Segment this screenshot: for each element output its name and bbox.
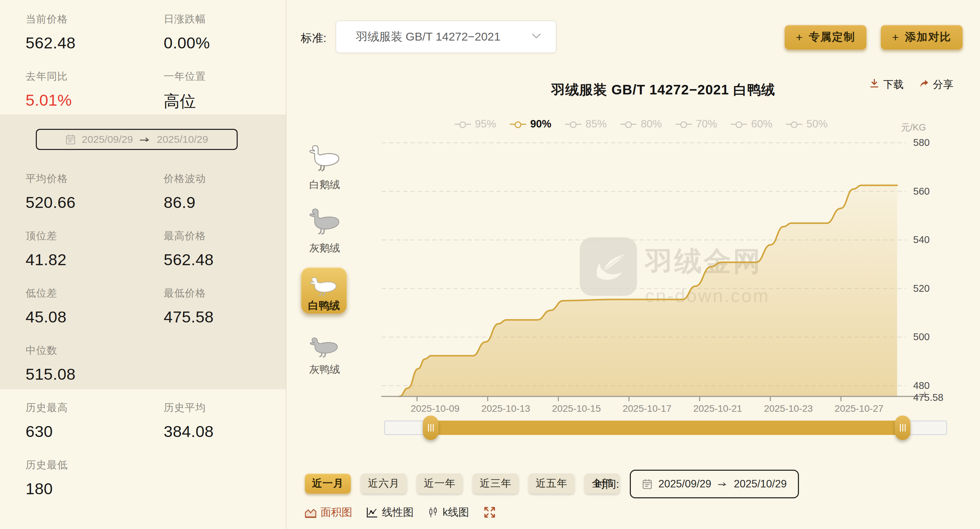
legend-label: 80% [641, 118, 662, 130]
plus-icon: + [892, 31, 899, 44]
legend-item-95[interactable]: 95% [455, 118, 496, 130]
time-range-buttons: 近一月 近六月 近一年 近三年 近五年 全部 [305, 473, 620, 494]
y-tick-label: 580 [913, 137, 929, 148]
range-button-1y[interactable]: 近一年 [417, 473, 463, 494]
custom-subscribe-button[interactable]: + 专属定制 [784, 25, 867, 49]
legend-label: 50% [807, 118, 827, 130]
stats-sidebar: 当前价格 562.48 日涨跌幅 0.00% 去年同比 5.01% 一年位置 高… [0, 0, 286, 529]
stat-median: 中位数 515.08 [25, 343, 159, 383]
stat-yoy: 去年同比 5.01% [25, 70, 159, 110]
stat-low-gap: 低位差 45.08 [25, 286, 159, 326]
legend-item-60[interactable]: 60% [731, 118, 772, 130]
standard-select-value: 羽绒服装 GB/T 14272−2021 [356, 29, 531, 44]
y-tick-label: 480 [913, 380, 929, 391]
slider-left-handle[interactable] [423, 416, 439, 440]
legend-marker-icon [786, 124, 802, 125]
chart-title: 羽绒服装 GB/T 14272−2021 白鸭绒 [382, 81, 945, 99]
range-button-1m[interactable]: 近一月 [305, 473, 351, 494]
range-button-6m[interactable]: 近六月 [361, 473, 407, 494]
legend-item-70[interactable]: 70% [676, 118, 717, 130]
watermark-text: 羽绒金网 cn-down.com [645, 243, 770, 306]
white-duck-icon [308, 270, 340, 298]
legend-marker-icon [455, 124, 471, 125]
stat-hist-avg: 历史平均 384.08 [164, 401, 297, 441]
legend-marker-icon [565, 124, 581, 125]
date-start[interactable]: 2025/09/29 [82, 133, 133, 145]
legend-marker-icon [620, 124, 636, 125]
watermark-logo [580, 237, 637, 296]
download-icon [869, 78, 880, 91]
kline-chart-icon [427, 506, 439, 518]
legend-label: 90% [530, 118, 551, 130]
line-chart-icon [366, 506, 378, 518]
date-end[interactable]: 2025/10/29 [157, 133, 208, 145]
chart-type-line[interactable]: 线性图 [366, 505, 414, 519]
calendar-icon [65, 134, 76, 145]
y-tick-label: 500 [913, 331, 929, 343]
calendar-icon [642, 478, 652, 489]
date-end[interactable]: 2025/10/29 [734, 478, 787, 490]
legend-marker-icon [510, 124, 526, 125]
share-icon [919, 78, 929, 91]
category-grey-duck-down[interactable]: 灰鸭绒 [301, 330, 348, 376]
y-tick-label: 560 [913, 186, 929, 197]
y-tick-label: 540 [913, 234, 929, 245]
stat-top-gap: 顶位差 41.82 [25, 229, 159, 269]
grey-duck-icon [308, 330, 341, 359]
sidebar-date-range[interactable]: 2025/09/29 2025/10/29 [36, 129, 238, 150]
slider-right-handle[interactable] [895, 416, 910, 440]
date-start[interactable]: 2025/09/29 [659, 478, 711, 490]
add-compare-button[interactable]: + 添加对比 [881, 25, 963, 49]
x-tick-label: 2025-10-09 [410, 403, 459, 414]
category-white-duck-down-selected[interactable]: 白鸭绒 [301, 267, 347, 314]
legend-item-85[interactable]: 85% [565, 118, 607, 130]
arrow-right-icon [718, 481, 728, 486]
legend: 95%90%85%80%70%60%50% [382, 118, 900, 130]
range-button-3y[interactable]: 近三年 [473, 473, 519, 494]
x-tick-label: 2025-10-27 [835, 403, 883, 414]
chart-actions: 下载 分享 [869, 78, 953, 92]
y-tick-label: 520 [913, 283, 929, 294]
stat-volatility: 价格波动 86.9 [164, 172, 297, 212]
stat-lowest-price: 最低价格 475.58 [164, 286, 297, 326]
category-grey-goose-down[interactable]: 灰鹅绒 [301, 207, 348, 255]
fullscreen-expand-icon[interactable] [483, 505, 496, 519]
download-button[interactable]: 下载 [869, 78, 904, 92]
stat-year-position: 一年位置 高位 [164, 70, 297, 112]
stat-hist-low: 历史最低 180 [25, 458, 159, 498]
stat-current-price: 当前价格 562.48 [25, 12, 159, 52]
share-button[interactable]: 分享 [919, 78, 953, 92]
legend-marker-icon [731, 124, 747, 125]
area-chart-icon [304, 506, 317, 518]
date-zoom-slider[interactable] [384, 421, 947, 435]
stat-hist-high: 历史最高 630 [25, 401, 159, 441]
standard-select[interactable]: 羽绒服装 GB/T 14272−2021 [336, 21, 557, 53]
x-tick-label: 2025-10-21 [693, 403, 742, 414]
range-button-5y[interactable]: 近五年 [528, 473, 574, 494]
white-goose-icon [307, 143, 342, 175]
plus-icon: + [796, 31, 803, 44]
category-white-goose-down[interactable]: 白鹅绒 [301, 143, 348, 192]
legend-label: 70% [696, 118, 717, 130]
x-tick-label: 2025-10-23 [764, 403, 813, 414]
legend-item-90[interactable]: 90% [510, 118, 551, 130]
price-dashboard: 当前价格 562.48 日涨跌幅 0.00% 去年同比 5.01% 一年位置 高… [0, 0, 980, 529]
slider-selected-range[interactable] [431, 421, 903, 435]
legend-item-80[interactable]: 80% [620, 118, 662, 130]
stat-daily-change: 日涨跌幅 0.00% [164, 12, 297, 52]
footer-date-range[interactable]: 2025/09/29 2025/10/29 [630, 470, 799, 498]
legend-label: 60% [751, 118, 772, 130]
arrow-right-icon [139, 137, 151, 142]
grey-goose-icon [307, 207, 342, 238]
stat-avg-price: 平均价格 520.66 [25, 172, 159, 212]
legend-item-50[interactable]: 50% [786, 118, 827, 130]
legend-label: 85% [585, 118, 607, 130]
y-axis-unit: 元/KG [901, 121, 926, 133]
legend-marker-icon [676, 124, 692, 125]
legend-label: 95% [475, 118, 496, 130]
x-tick-label: 2025-10-17 [623, 403, 671, 414]
chart-type-area[interactable]: 面积图 [304, 505, 352, 519]
time-label: 时间: [595, 477, 619, 491]
chart-type-kline[interactable]: k线图 [427, 505, 469, 519]
chevron-down-icon [531, 32, 542, 41]
